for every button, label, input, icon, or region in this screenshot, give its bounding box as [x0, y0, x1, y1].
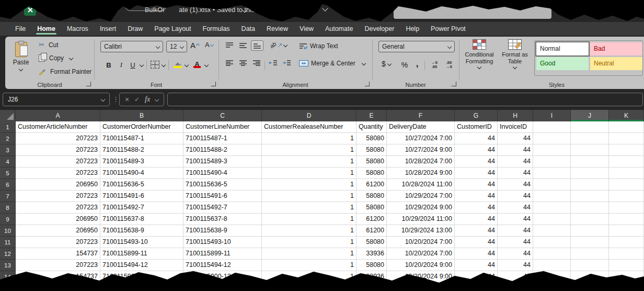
- row-header-8[interactable]: 8: [0, 202, 16, 214]
- cell-H9[interactable]: 44: [498, 214, 533, 225]
- cell-I13[interactable]: [533, 260, 571, 271]
- cell-A14[interactable]: 154737: [16, 271, 100, 283]
- underline-chevron-icon[interactable]: [140, 63, 144, 67]
- cell-J8[interactable]: [571, 202, 609, 214]
- search-box[interactable]: [394, 4, 551, 19]
- copy-button[interactable]: Copy: [39, 54, 73, 62]
- cell-B12[interactable]: 7100115899-11: [100, 248, 183, 260]
- cell-J10[interactable]: [571, 225, 609, 237]
- cell-F5[interactable]: 10/28/2024 9:00: [387, 167, 455, 179]
- cut-button[interactable]: ✂ Cut: [39, 41, 59, 49]
- row-header-4[interactable]: 4: [0, 156, 16, 167]
- cell-D13[interactable]: 1: [262, 260, 356, 271]
- percent-button[interactable]: %: [399, 59, 410, 71]
- cell-K1[interactable]: [609, 121, 644, 133]
- cell-J6[interactable]: [571, 179, 609, 191]
- cell-B11[interactable]: 7100115493-10: [100, 237, 183, 248]
- font-color-button[interactable]: A: [192, 59, 202, 69]
- row-header-14[interactable]: 14: [0, 271, 16, 283]
- conditional-formatting-button[interactable]: Conditional Formatting: [463, 39, 496, 69]
- cell-H5[interactable]: 44: [498, 167, 533, 179]
- cell-J14[interactable]: [571, 271, 609, 283]
- cell-D7[interactable]: 1: [262, 191, 356, 202]
- select-all-button[interactable]: [0, 110, 16, 121]
- fx-chevron-icon[interactable]: [155, 97, 159, 102]
- cell-C12[interactable]: 7100115899-11: [183, 248, 262, 260]
- cell-E11[interactable]: 58080: [356, 237, 387, 248]
- borders-button[interactable]: [151, 61, 159, 69]
- top-align-button[interactable]: [225, 42, 234, 49]
- number-dialog-launcher-icon[interactable]: [452, 82, 456, 86]
- cell-A10[interactable]: 206950: [16, 225, 100, 237]
- tab-draw[interactable]: Draw: [122, 22, 148, 36]
- clipboard-dialog-launcher-icon[interactable]: [86, 82, 91, 86]
- cell-B10[interactable]: 7100115638-9: [100, 225, 183, 237]
- cell-I12[interactable]: [533, 248, 571, 260]
- name-box[interactable]: J26: [3, 93, 110, 106]
- bottom-align-button[interactable]: [251, 40, 263, 51]
- cell-I4[interactable]: [533, 156, 571, 167]
- cell-K6[interactable]: [609, 179, 644, 191]
- style-neutral[interactable]: Neutral: [590, 57, 642, 70]
- cell-A7[interactable]: 207223: [16, 191, 100, 202]
- cell-J1[interactable]: [571, 121, 609, 133]
- cell-G7[interactable]: 44: [455, 191, 498, 202]
- cell-J5[interactable]: [571, 167, 609, 179]
- cell-H12[interactable]: 44: [498, 248, 533, 260]
- column-header-K[interactable]: K: [609, 110, 644, 121]
- cell-K8[interactable]: [609, 202, 644, 214]
- cell-F11[interactable]: 10/20/2024 7:00: [387, 237, 455, 248]
- column-header-I[interactable]: I: [533, 110, 571, 121]
- cell-A6[interactable]: 206950: [16, 179, 100, 191]
- cell-F2[interactable]: 10/27/2024 7:00: [387, 133, 455, 144]
- cell-K11[interactable]: [609, 237, 644, 248]
- cell-J9[interactable]: [571, 214, 609, 225]
- cell-C1[interactable]: CustomerLineNumber: [183, 121, 262, 133]
- column-header-J[interactable]: J: [571, 110, 609, 121]
- cancel-icon[interactable]: ×: [125, 95, 129, 104]
- cell-J2[interactable]: [571, 133, 609, 144]
- cell-I1[interactable]: [533, 121, 571, 133]
- cell-G1[interactable]: CustomerID: [455, 121, 498, 133]
- row-header-2[interactable]: 2: [0, 133, 16, 144]
- titlebar-chevron-icon[interactable]: [322, 5, 328, 11]
- decrease-decimal-button[interactable]: .00 →0: [443, 61, 455, 70]
- cell-C14[interactable]: 7100115900-13: [183, 271, 262, 283]
- cell-A13[interactable]: 207223: [16, 260, 100, 271]
- cell-E10[interactable]: 61200: [356, 225, 387, 237]
- cell-I7[interactable]: [533, 191, 571, 202]
- cell-B14[interactable]: 7100115900-13: [100, 271, 183, 283]
- cell-E8[interactable]: 58080: [356, 202, 387, 214]
- cell-I10[interactable]: [533, 225, 571, 237]
- row-header-13[interactable]: 13: [0, 260, 16, 271]
- cell-G12[interactable]: 44: [455, 248, 498, 260]
- cell-K3[interactable]: [609, 144, 644, 156]
- cell-I5[interactable]: [533, 167, 571, 179]
- cell-H8[interactable]: 44: [498, 202, 533, 214]
- cell-E3[interactable]: 58080: [356, 144, 387, 156]
- row-header-6[interactable]: 6: [0, 179, 16, 191]
- cell-D8[interactable]: 1: [262, 202, 356, 214]
- font-name-combo[interactable]: Calibri: [100, 41, 163, 52]
- cell-C4[interactable]: 7100115489-3: [183, 156, 262, 167]
- increase-decimal-button[interactable]: ←0 .00: [429, 61, 440, 70]
- row-header-7[interactable]: 7: [0, 191, 16, 202]
- wrap-text-button[interactable]: Wrap Text: [299, 42, 338, 50]
- column-header-B[interactable]: B: [100, 110, 183, 121]
- cell-D10[interactable]: 1: [262, 225, 356, 237]
- style-normal[interactable]: Normal: [536, 42, 589, 55]
- cell-H7[interactable]: 44: [498, 191, 533, 202]
- cell-H4[interactable]: 44: [498, 156, 533, 167]
- font-color-chevron-icon[interactable]: [204, 63, 209, 67]
- format-painter-button[interactable]: Format Painter: [39, 68, 91, 75]
- cell-G11[interactable]: 44: [455, 237, 498, 248]
- cell-B9[interactable]: 7100115637-8: [100, 214, 183, 225]
- cell-K5[interactable]: [609, 167, 644, 179]
- cell-F12[interactable]: 10/20/2024 7:00: [387, 248, 455, 260]
- cell-A8[interactable]: 207223: [16, 202, 100, 214]
- style-bad[interactable]: Bad: [590, 42, 642, 55]
- tab-help[interactable]: Help: [400, 22, 425, 36]
- cell-C3[interactable]: 7100115488-2: [183, 144, 262, 156]
- merge-center-button[interactable]: Merge & Center: [299, 60, 365, 67]
- cell-G13[interactable]: 44: [455, 260, 498, 271]
